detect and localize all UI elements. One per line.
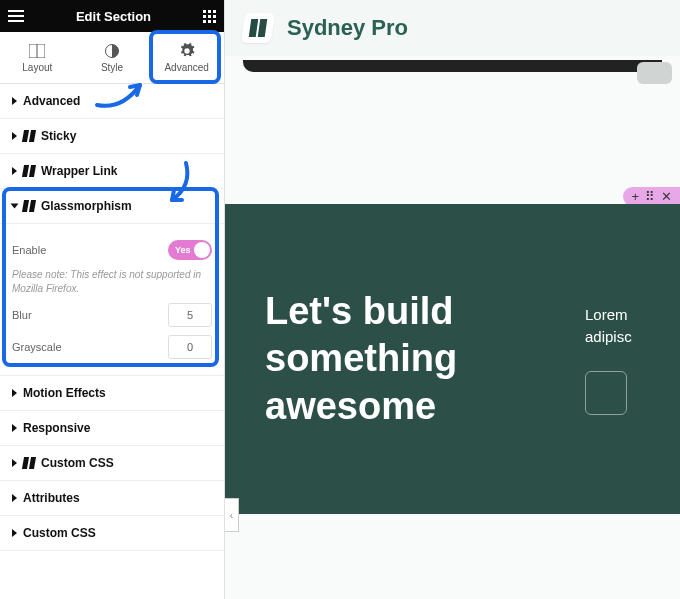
apps-icon[interactable] <box>203 10 216 23</box>
tab-style[interactable]: Style <box>75 32 150 83</box>
close-icon[interactable]: ✕ <box>661 189 672 204</box>
layout-icon <box>29 43 45 59</box>
hero-heading: Let's build something awesome <box>265 288 525 431</box>
caret-icon <box>12 459 17 467</box>
sydney-icon <box>22 165 36 177</box>
panel-label: Attributes <box>23 491 80 505</box>
panel-custom-css-2[interactable]: Custom CSS <box>0 516 224 551</box>
sydney-icon <box>22 200 36 212</box>
panel-glassmorphism[interactable]: Glassmorphism <box>0 189 224 224</box>
plus-icon[interactable]: + <box>631 189 639 204</box>
toggle-knob <box>194 242 210 258</box>
sydney-icon <box>22 457 36 469</box>
panel-title: Edit Section <box>24 9 203 24</box>
caret-down-icon <box>11 204 19 209</box>
panel-label: Advanced <box>23 94 80 108</box>
panel-label: Sticky <box>41 129 76 143</box>
panel-label: Motion Effects <box>23 386 106 400</box>
toggle-value: Yes <box>175 245 191 255</box>
panel-label: Glassmorphism <box>41 199 132 213</box>
tab-label: Layout <box>22 62 52 73</box>
preview-canvas[interactable]: Sydney Pro + ⠿ ✕ Let's build something a… <box>225 0 680 599</box>
grayscale-label: Grayscale <box>12 341 62 353</box>
caret-icon <box>12 529 17 537</box>
hero-button[interactable] <box>585 371 627 415</box>
tab-label: Style <box>101 62 123 73</box>
blur-label: Blur <box>12 309 32 321</box>
panel-label: Custom CSS <box>23 526 96 540</box>
compatibility-note: Please note: This effect is not supporte… <box>12 268 212 295</box>
panel-label: Responsive <box>23 421 90 435</box>
style-icon <box>104 43 120 59</box>
panel-label: Wrapper Link <box>41 164 117 178</box>
caret-icon <box>12 97 17 105</box>
drag-icon[interactable]: ⠿ <box>645 189 655 204</box>
caret-icon <box>12 167 17 175</box>
panel-attributes[interactable]: Attributes <box>0 481 224 516</box>
panel-motion-effects[interactable]: Motion Effects <box>0 376 224 411</box>
collapse-sidebar-button[interactable]: ‹ <box>225 498 239 532</box>
panel-label: Custom CSS <box>41 456 114 470</box>
enable-toggle[interactable]: Yes <box>168 240 212 260</box>
hero-text: Lorem adipisc <box>585 304 640 349</box>
caret-icon <box>12 389 17 397</box>
element-placeholder <box>637 62 672 84</box>
caret-icon <box>12 494 17 502</box>
caret-icon <box>12 424 17 432</box>
panel-wrapper-link[interactable]: Wrapper Link <box>0 154 224 189</box>
enable-label: Enable <box>12 244 46 256</box>
caret-icon <box>12 132 17 140</box>
tab-label: Advanced <box>164 62 208 73</box>
panel-sticky[interactable]: Sticky <box>0 119 224 154</box>
panel-advanced[interactable]: Advanced <box>0 84 224 119</box>
element-placeholder <box>243 60 662 72</box>
menu-icon[interactable] <box>8 10 24 22</box>
site-logo[interactable] <box>241 13 275 43</box>
blur-input[interactable] <box>168 303 212 327</box>
tab-layout[interactable]: Layout <box>0 32 75 83</box>
tab-advanced[interactable]: Advanced <box>149 32 224 83</box>
hero-section[interactable]: Let's build something awesome Lorem adip… <box>225 204 680 514</box>
panel-responsive[interactable]: Responsive <box>0 411 224 446</box>
site-title: Sydney Pro <box>287 15 408 41</box>
gear-icon <box>179 43 195 59</box>
sydney-icon <box>22 130 36 142</box>
panel-custom-css[interactable]: Custom CSS <box>0 446 224 481</box>
grayscale-input[interactable] <box>168 335 212 359</box>
